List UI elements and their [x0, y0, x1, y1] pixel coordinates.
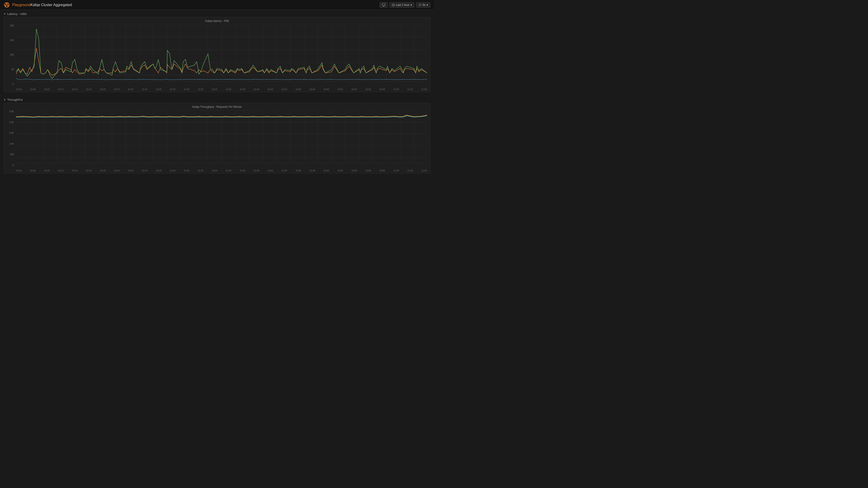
latency-chart-inner — [16, 24, 427, 88]
latency-chart-container: Kafqa latency - P99 200 150 100 50 0 — [4, 17, 430, 92]
svg-line-12 — [393, 5, 394, 5]
latency-section-title: Latency - millis — [7, 12, 27, 15]
latency-chart-area: 200 150 100 50 0 — [7, 24, 427, 91]
tv-icon — [382, 3, 385, 6]
throughput-y-axis: 2.5K 2.0K 1.5K 1.0K 500 0 — [7, 110, 15, 166]
throughput-chart-title: Kafqa Throughput - Requests Per Minute — [7, 105, 427, 108]
latency-svg — [16, 24, 427, 88]
throughput-section-header[interactable]: ▼ ThroughPut — [4, 98, 430, 101]
latency-chevron-icon: ▼ — [4, 13, 6, 15]
page-title: PlaygroundKafqa Cluster Aggregated — [12, 3, 72, 7]
latency-chart-title: Kafqa latency - P99 — [7, 20, 427, 23]
svg-point-2 — [6, 3, 7, 4]
latency-x-axis: 10:06 10:08 10:10 10:12 10:14 10:16 10:1… — [16, 88, 427, 91]
refresh-icon — [418, 4, 421, 6]
throughput-chart-inner — [16, 110, 427, 169]
throughput-section: ▼ ThroughPut Kafqa Throughput - Requests… — [0, 96, 434, 177]
throughput-x-axis: 10:06 10:08 10:10 10:12 10:14 10:16 10:1… — [16, 169, 427, 172]
throughput-chevron-icon: ▼ — [4, 98, 6, 101]
refresh-chevron-icon: ▾ — [427, 3, 428, 6]
throughput-section-title: ThroughPut — [7, 98, 23, 101]
header-left: PlaygroundKafqa Cluster Aggregated — [4, 2, 72, 8]
kiosk-button[interactable] — [379, 2, 388, 8]
latency-section: ▼ Latency - millis Kafqa latency - P99 2… — [0, 10, 434, 96]
header: PlaygroundKafqa Cluster Aggregated Last … — [0, 0, 434, 10]
latency-y-axis: 200 150 100 50 0 — [7, 24, 15, 85]
latency-section-header[interactable]: ▼ Latency - millis — [4, 12, 430, 15]
throughput-chart-area: 2.5K 2.0K 1.5K 1.0K 500 0 — [7, 110, 427, 172]
clock-icon — [392, 4, 395, 6]
throughput-svg — [16, 110, 427, 169]
header-controls: Last 1 hour ▾ 5s ▾ — [379, 2, 430, 8]
refresh-button[interactable]: 5s ▾ — [416, 2, 430, 8]
throughput-chart-container: Kafqa Throughput - Requests Per Minute 2… — [4, 103, 430, 173]
chevron-down-icon: ▾ — [410, 3, 412, 6]
time-range-button[interactable]: Last 1 hour ▾ — [390, 2, 414, 8]
svg-rect-7 — [382, 4, 385, 6]
app-logo — [4, 2, 10, 8]
